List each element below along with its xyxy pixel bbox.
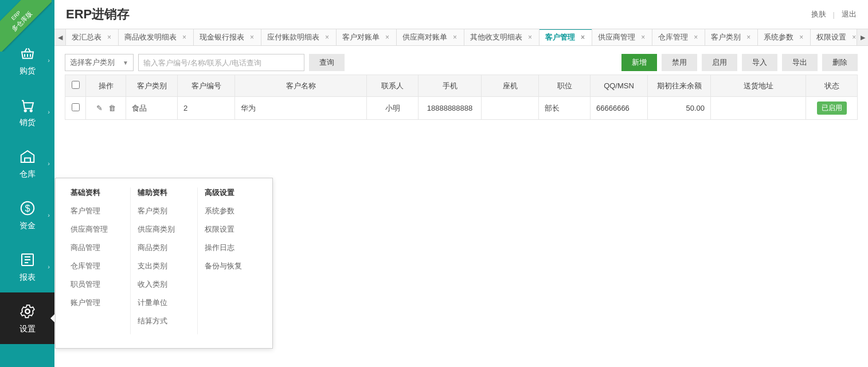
status-badge: 已启用 [817,101,847,115]
sidebar-item-settings[interactable]: 设置 [0,292,54,344]
table-header-row: 操作 客户类别 客户编号 客户名称 联系人 手机 座机 职位 QQ/MSN 期初… [65,75,858,97]
logout-link[interactable]: 退出 [842,9,857,19]
sidebar-item-funds[interactable]: $ 资金 › [0,189,54,241]
tab-7[interactable]: 客户管理× [539,29,592,45]
close-icon[interactable]: × [106,33,112,41]
tab-label: 客户管理 [545,32,575,42]
settings-link[interactable]: 结算方式 [138,316,190,326]
export-button[interactable]: 导出 [782,54,818,71]
tab-scroll-left[interactable]: ◀ [54,29,66,45]
header: ERP进销存 换肤 | 退出 [54,0,868,29]
settings-column-title: 辅助资料 [138,188,190,198]
sidebar-item-report[interactable]: 报表 › [0,241,54,292]
delete-icon[interactable]: 🗑 [108,104,116,112]
tab-8[interactable]: 供应商管理× [592,29,652,45]
disable-button[interactable]: 禁用 [662,54,697,71]
settings-link[interactable]: 客户类别 [138,206,190,216]
gear-icon [18,302,37,321]
customer-table: 操作 客户类别 客户编号 客户名称 联系人 手机 座机 职位 QQ/MSN 期初… [65,75,858,120]
tab-label: 现金银行报表 [200,32,244,42]
tab-6[interactable]: 其他收支明细表× [464,29,539,45]
close-icon[interactable]: × [452,33,458,41]
close-icon[interactable]: × [693,33,699,41]
sidebar: 购货 › 销货 › 仓库 › $ 资金 › 报表 › 设置 [0,0,54,367]
settings-link[interactable]: 收入类别 [138,279,190,290]
skin-link[interactable]: 换肤 [811,9,826,19]
row-checkbox[interactable] [72,103,80,111]
close-icon[interactable]: × [851,33,857,41]
report-icon [18,251,37,269]
col-mobile: 手机 [419,75,482,97]
sidebar-item-label: 资金 [19,221,36,231]
svg-text:$: $ [25,203,30,213]
tab-4[interactable]: 客户对账单× [337,29,397,45]
settings-link[interactable]: 商品管理 [71,243,123,253]
col-qq: QQ/MSN [591,75,648,97]
edit-icon[interactable]: ✎ [96,104,103,112]
settings-column: 高级设置系统参数权限设置操作日志备份与恢复 [197,188,264,334]
settings-link[interactable]: 仓库管理 [71,261,123,271]
category-select[interactable]: 选择客户类别 ▼ [65,54,134,71]
cell-qq: 66666666 [591,97,648,120]
select-all-checkbox[interactable] [72,81,80,89]
cell-name: 华为 [235,97,367,120]
tab-9[interactable]: 仓库管理× [652,29,705,45]
tab-3[interactable]: 应付账款明细表× [261,29,337,45]
sidebar-item-sales[interactable]: 销货 › [0,86,54,138]
settings-link[interactable]: 供应商类别 [138,224,190,235]
tab-label: 商品收发明细表 [124,32,177,42]
tab-1[interactable]: 商品收发明细表× [119,29,194,45]
tab-10[interactable]: 客户类别× [705,29,758,45]
active-pointer [50,314,55,323]
settings-link[interactable]: 操作日志 [205,243,257,253]
tab-label: 系统参数 [764,32,793,42]
settings-link[interactable]: 供应商管理 [71,224,123,235]
settings-link[interactable]: 商品类别 [138,243,190,253]
add-button[interactable]: 新增 [621,54,657,71]
close-icon[interactable]: × [580,33,586,41]
close-icon[interactable]: × [745,33,752,41]
close-icon[interactable]: × [249,33,255,41]
col-name: 客户名称 [235,75,367,97]
tab-label: 其他收支明细表 [470,32,522,42]
delete-button[interactable]: 删除 [822,54,858,71]
tab-11[interactable]: 系统参数× [758,29,811,45]
close-icon[interactable]: × [181,33,187,41]
settings-link[interactable]: 职员管理 [71,279,123,290]
search-input[interactable] [138,54,304,71]
tab-label: 仓库管理 [658,32,688,42]
sidebar-item-label: 设置 [19,324,36,334]
tab-0[interactable]: 发汇总表× [66,29,119,45]
settings-link[interactable]: 备份与恢复 [205,261,257,271]
col-cat: 客户类别 [126,75,178,97]
col-status: 状态 [806,75,858,97]
app-title: ERP进销存 [66,6,811,23]
tab-5[interactable]: 供应商对账单× [397,29,464,45]
tab-label: 供应商对账单 [402,32,447,42]
header-actions: 换肤 | 退出 [811,9,857,19]
table-row: ✎🗑食品2华为小明18888888888部长6666666650.00已启用 [65,97,858,120]
close-icon[interactable]: × [324,33,330,41]
settings-link[interactable]: 客户管理 [71,206,123,216]
settings-link[interactable]: 账户管理 [71,298,123,308]
settings-link[interactable]: 支出类别 [138,261,190,271]
close-icon[interactable]: × [640,33,646,41]
tab-label: 客户对账单 [342,32,380,42]
import-button[interactable]: 导入 [742,54,777,71]
cell-title: 部长 [539,97,591,120]
warehouse-icon [18,147,37,166]
tab-scroll-right[interactable]: ▶ [857,29,868,45]
tab-12[interactable]: 权限设置× [811,29,857,45]
cell-mobile: 18888888888 [419,97,482,120]
query-button[interactable]: 查询 [309,54,345,71]
sidebar-item-warehouse[interactable]: 仓库 › [0,138,54,189]
tab-2[interactable]: 现金银行报表× [194,29,261,45]
settings-link[interactable]: 权限设置 [205,224,257,235]
close-icon[interactable]: × [384,33,390,41]
close-icon[interactable]: × [798,33,804,41]
close-icon[interactable]: × [527,33,533,41]
enable-button[interactable]: 启用 [702,54,737,71]
chevron-right-icon: › [48,160,50,167]
settings-link[interactable]: 计量单位 [138,298,190,308]
settings-link[interactable]: 系统参数 [205,206,257,216]
